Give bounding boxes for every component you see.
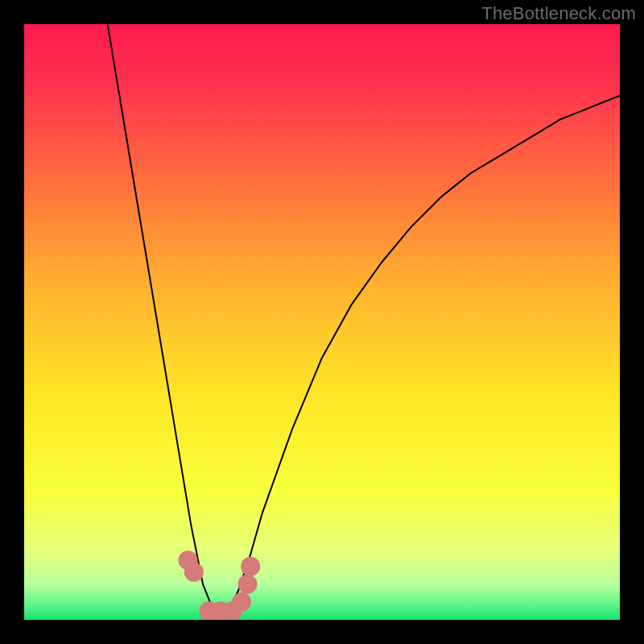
watermark-text: TheBottleneck.com (481, 3, 636, 24)
highlight-dot (238, 575, 258, 594)
chart-frame: TheBottleneck.com (0, 0, 644, 644)
highlight-dot (184, 563, 204, 582)
highlight-dot (241, 556, 260, 576)
gradient-background (24, 24, 620, 620)
highlight-dot (232, 592, 251, 612)
plot-area (24, 24, 620, 620)
chart-svg (24, 24, 620, 620)
